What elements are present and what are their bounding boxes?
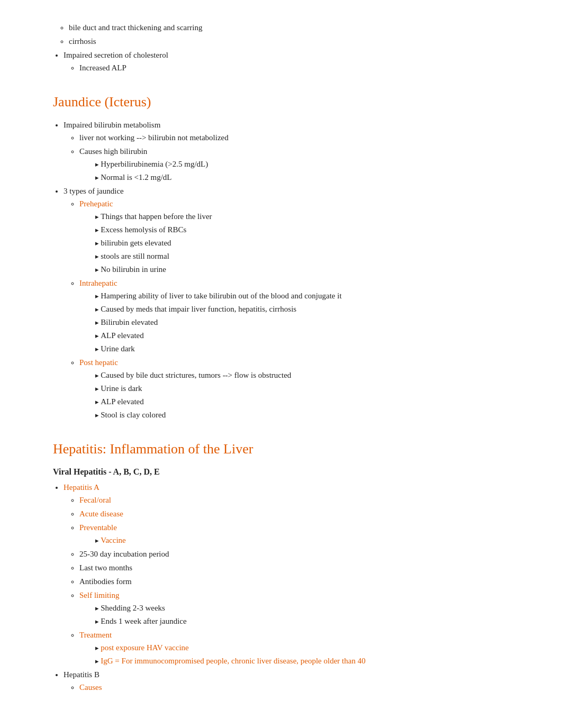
intrahepatic-item: Intrahepatic Hampering ability of liver … (79, 277, 520, 355)
hep-a-fecal: Fecal/oral (79, 494, 520, 506)
viral-hepatitis-subheading: Viral Hepatitis - A, B, C, D, E (53, 465, 520, 479)
hep-a-ends: Ends 1 week after jaundice (95, 615, 520, 627)
hyperbilirubinemia: Hyperbilirubinemia (>2.5 mg/dL) (95, 158, 520, 170)
intro-item-cirrhosis: cirrhosis (69, 35, 520, 48)
jaundice-main-list: Impaired bilirubin metabolism liver not … (64, 119, 520, 421)
hep-b-causes: Causes (79, 681, 520, 694)
intro-impaired-item: Impaired secretion of cholesterol Increa… (64, 49, 520, 74)
hep-a-preventable: Preventable Vaccine (79, 521, 520, 547)
jaundice-heading: Jaundice (Icterus) (53, 91, 520, 113)
hepatitis-main-list: Hepatitis A Fecal/oral Acute disease Pre… (64, 481, 520, 694)
normal-bilirubin: Normal is <1.2 mg/dL (95, 171, 520, 184)
hep-a-shedding: Shedding 2-3 weeks (95, 602, 520, 614)
hep-a-igg: IgG = For immunocompromised people, chro… (95, 654, 520, 667)
hep-a-duration: Last two months (79, 561, 520, 574)
jaundice-section: Jaundice (Icterus) Impaired bilirubin me… (53, 91, 520, 421)
posthepatic-item: Post hepatic Caused by bile duct strictu… (79, 356, 520, 421)
jaundice-types-list: Prehepatic Things that happen before the… (79, 197, 520, 421)
hep-a-antibodies: Antibodies form (79, 575, 520, 588)
prehepatic-4: stools are still normal (95, 250, 520, 262)
intrahepatic-2: Caused by meds that impair liver functio… (95, 303, 520, 315)
intro-item-bile: bile duct and tract thickening and scarr… (69, 21, 520, 34)
bilirubin-details: Hyperbilirubinemia (>2.5 mg/dL) Normal i… (95, 158, 520, 184)
posthepatic-3: ALP elevated (95, 395, 520, 408)
hepatitis-b-item: Hepatitis B Causes (64, 668, 520, 694)
posthepatic-details: Caused by bile duct strictures, tumors -… (95, 369, 520, 421)
hepatitis-section: Hepatitis: Inflammation of the Liver Vir… (53, 438, 520, 694)
hep-a-self-limiting-sub: Shedding 2-3 weeks Ends 1 week after jau… (95, 602, 520, 627)
hepatitis-a-item: Hepatitis A Fecal/oral Acute disease Pre… (64, 481, 520, 667)
prehepatic-item: Prehepatic Things that happen before the… (79, 197, 520, 276)
causes-high-bilirubin: Causes high bilirubin Hyperbilirubinemia… (79, 145, 520, 184)
intrahepatic-1: Hampering ability of liver to take bilir… (95, 289, 520, 302)
hepatitis-heading: Hepatitis: Inflammation of the Liver (53, 438, 520, 460)
intro-alp-item: Increased ALP (79, 61, 520, 74)
intro-section: bile duct and tract thickening and scarr… (53, 21, 520, 74)
prehepatic-1: Things that happen before the liver (95, 210, 520, 223)
posthepatic-1: Caused by bile duct strictures, tumors -… (95, 369, 520, 381)
intrahepatic-4: ALP elevated (95, 329, 520, 342)
jaundice-impaired-item: Impaired bilirubin metabolism liver not … (64, 119, 520, 184)
hep-a-post-exposure: post exposure HAV vaccine (95, 641, 520, 654)
prehepatic-2: Excess hemolysis of RBCs (95, 223, 520, 236)
hep-a-treatment: Treatment post exposure HAV vaccine IgG … (79, 629, 520, 667)
intrahepatic-5: Urine dark (95, 342, 520, 355)
hep-a-vaccine: Vaccine (95, 534, 520, 547)
hep-a-preventable-sub: Vaccine (95, 534, 520, 547)
jaundice-impaired-sub: liver not working --> bilirubin not meta… (79, 131, 520, 184)
intrahepatic-details: Hampering ability of liver to take bilir… (95, 289, 520, 355)
intro-impaired-list: Impaired secretion of cholesterol Increa… (64, 49, 520, 74)
hepatitis-a-sub: Fecal/oral Acute disease Preventable Vac… (79, 494, 520, 667)
hep-a-self-limiting: Self limiting Shedding 2-3 weeks Ends 1 … (79, 589, 520, 627)
intro-list: bile duct and tract thickening and scarr… (69, 21, 520, 48)
liver-not-working: liver not working --> bilirubin not meta… (79, 131, 520, 144)
intrahepatic-3: Bilirubin elevated (95, 316, 520, 329)
hep-a-treatment-sub: post exposure HAV vaccine IgG = For immu… (95, 641, 520, 667)
prehepatic-3: bilirubin gets elevated (95, 236, 520, 249)
hep-a-incubation: 25-30 day incubation period (79, 548, 520, 560)
jaundice-types-item: 3 types of jaundice Prehepatic Things th… (64, 185, 520, 421)
prehepatic-details: Things that happen before the liver Exce… (95, 210, 520, 276)
intro-impaired-sub: Increased ALP (79, 61, 520, 74)
hep-a-acute: Acute disease (79, 507, 520, 520)
posthepatic-4: Stool is clay colored (95, 408, 520, 421)
hepatitis-b-sub: Causes (79, 681, 520, 694)
posthepatic-2: Urine is dark (95, 382, 520, 395)
prehepatic-5: No bilirubin in urine (95, 263, 520, 276)
